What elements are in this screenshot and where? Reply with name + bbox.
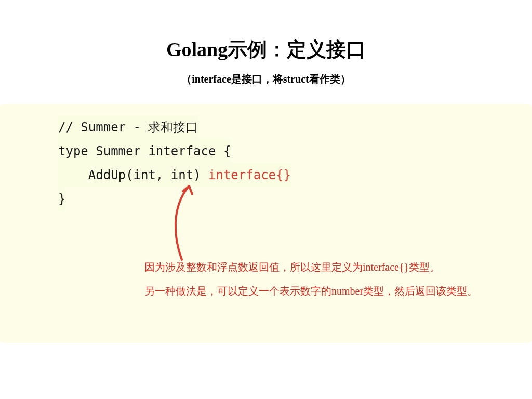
annotation-paragraph-1: 因为涉及整数和浮点数返回值，所以这里定义为interface{}类型。 <box>144 260 487 274</box>
annotation-text: 因为涉及整数和浮点数返回值，所以这里定义为interface{}类型。 另一种做… <box>144 260 487 298</box>
code-line-4: } <box>58 187 65 211</box>
code-line-1: // Summer - 求和接口 <box>58 115 198 139</box>
code-panel: // Summer - 求和接口 type Summer interface {… <box>0 104 532 343</box>
annotation-paragraph-2: 另一种做法是，可以定义一个表示数字的number类型，然后返回该类型。 <box>144 284 487 298</box>
code-block: // Summer - 求和接口 type Summer interface {… <box>58 115 291 211</box>
slide-title: Golang示例：定义接口 <box>0 0 532 63</box>
slide: Golang示例：定义接口 （interface是接口，将struct看作类） … <box>0 0 532 399</box>
code-line-3-prefix: AddUp(int, int) <box>58 168 208 182</box>
code-return-type: interface{} <box>208 168 291 182</box>
code-line-3: AddUp(int, int) interface{} <box>58 163 291 187</box>
slide-subtitle: （interface是接口，将struct看作类） <box>0 72 532 86</box>
code-line-2: type Summer interface { <box>58 139 231 163</box>
